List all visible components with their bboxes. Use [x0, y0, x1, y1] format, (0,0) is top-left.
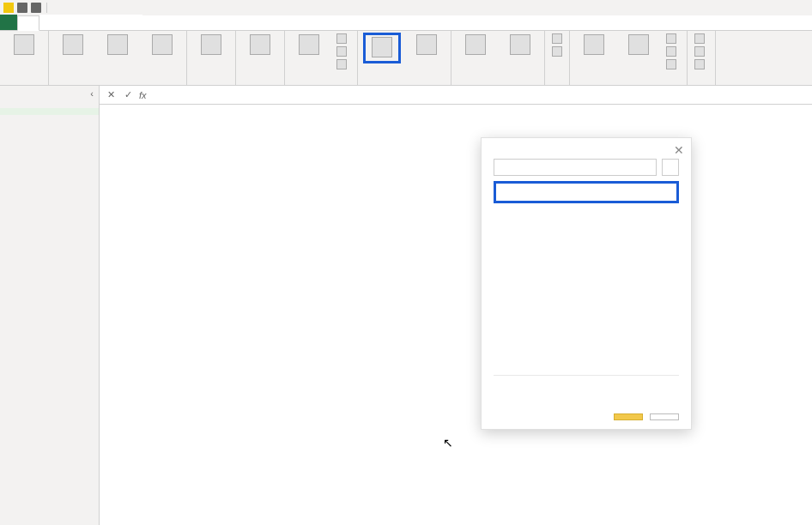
ok-button[interactable]	[614, 413, 643, 420]
replace-values-button[interactable]	[664, 58, 682, 70]
append-queries-icon	[694, 46, 705, 57]
choose-columns-icon	[372, 37, 392, 57]
combine-files-icon	[694, 59, 705, 69]
file-tab[interactable]	[0, 15, 17, 30]
group-transform	[575, 82, 682, 85]
fx-icon[interactable]: fx	[139, 90, 147, 100]
group-by-button[interactable]	[620, 33, 657, 58]
refresh-icon	[299, 34, 319, 55]
refresh-preview-button[interactable]	[290, 33, 328, 58]
merge-queries-button[interactable]	[693, 33, 710, 45]
sort-desc-button[interactable]	[550, 45, 564, 57]
formula-bar: ✕ ✓ fx	[100, 86, 812, 105]
split-column-icon	[584, 34, 604, 55]
choose-columns-dialog: ✕	[481, 137, 692, 430]
new-source-icon	[63, 34, 83, 55]
keep-rows-button[interactable]	[457, 33, 494, 58]
data-source-icon	[201, 34, 221, 55]
split-column-button[interactable]	[575, 33, 613, 58]
new-source-button[interactable]	[54, 33, 92, 58]
parameters-icon	[250, 34, 270, 55]
group-data-sources	[192, 82, 230, 85]
group-query	[290, 82, 352, 85]
enter-data-button[interactable]	[143, 33, 181, 58]
remove-columns-icon	[416, 34, 437, 55]
choose-columns-button[interactable]	[363, 33, 401, 63]
recent-sources-icon	[107, 34, 128, 55]
query-item-dates[interactable]	[0, 101, 99, 108]
close-apply-icon	[14, 34, 34, 55]
sort-columns-button[interactable]	[662, 159, 679, 176]
collapse-pane-icon[interactable]: ‹	[90, 88, 94, 99]
remove-columns-button[interactable]	[408, 33, 445, 58]
replace-icon	[666, 59, 676, 69]
group-new-query	[54, 82, 181, 85]
title-bar	[0, 0, 812, 15]
tab-add-column[interactable]	[60, 15, 81, 30]
close-dialog-icon[interactable]: ✕	[674, 143, 684, 157]
save-icon[interactable]	[17, 3, 27, 13]
manage-parameters-button[interactable]	[241, 33, 279, 58]
group-by-icon	[628, 34, 649, 55]
tab-home[interactable]	[17, 15, 39, 31]
tab-transform[interactable]	[39, 15, 60, 30]
query-item-sample[interactable]	[0, 108, 99, 115]
group-combine	[693, 82, 710, 85]
enter-data-icon	[152, 34, 173, 55]
commit-formula-icon[interactable]: ✓	[122, 89, 134, 101]
search-columns-input[interactable]	[494, 159, 657, 176]
ribbon-tabs	[0, 15, 812, 31]
data-type-icon	[666, 33, 676, 44]
tab-view[interactable]	[81, 15, 101, 30]
manage-icon	[336, 59, 347, 69]
cancel-formula-icon[interactable]: ✕	[105, 89, 117, 101]
data-type-button[interactable]	[664, 33, 682, 45]
group-parameters	[241, 82, 279, 85]
keep-rows-icon	[465, 34, 486, 55]
properties-button[interactable]	[335, 33, 352, 45]
advanced-editor-button[interactable]	[335, 45, 352, 57]
sort-desc-icon	[552, 46, 562, 57]
manage-button[interactable]	[335, 58, 352, 70]
app-icon	[3, 3, 14, 13]
first-row-icon	[666, 46, 676, 57]
ribbon	[0, 31, 812, 86]
tab-tools[interactable]	[101, 15, 122, 30]
cancel-button[interactable]	[650, 413, 679, 420]
sort-asc-icon	[552, 33, 562, 44]
remove-rows-icon	[510, 34, 530, 55]
advanced-editor-icon	[336, 46, 347, 57]
merge-queries-icon	[694, 33, 705, 44]
queries-header[interactable]: ‹	[0, 86, 99, 101]
first-row-headers-button[interactable]	[664, 45, 682, 57]
group-sort	[550, 82, 564, 85]
undo-icon[interactable]	[31, 3, 41, 13]
recent-sources-button[interactable]	[99, 33, 136, 58]
append-queries-button[interactable]	[693, 45, 710, 57]
close-apply-button[interactable]	[5, 33, 43, 58]
remove-rows-button[interactable]	[501, 33, 539, 58]
data-source-settings-button[interactable]	[192, 33, 230, 58]
tab-help[interactable]	[122, 15, 142, 30]
column-list	[494, 181, 679, 203]
sort-asc-button[interactable]	[550, 33, 564, 45]
combine-files-button[interactable]	[693, 58, 710, 70]
group-close	[5, 82, 43, 85]
group-reduce-rows	[457, 82, 539, 85]
group-manage-columns	[363, 82, 445, 85]
properties-icon	[336, 33, 347, 44]
queries-pane: ‹	[0, 86, 100, 525]
